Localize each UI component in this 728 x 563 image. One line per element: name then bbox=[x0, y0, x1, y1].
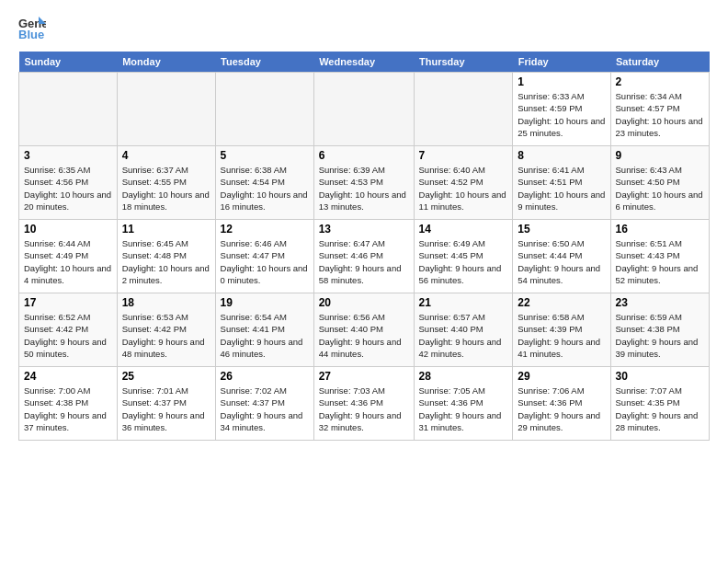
day-info: Sunrise: 6:47 AM Sunset: 4:46 PM Dayligh… bbox=[319, 237, 409, 286]
calendar-cell: 10Sunrise: 6:44 AM Sunset: 4:49 PM Dayli… bbox=[19, 220, 118, 293]
day-number: 25 bbox=[122, 370, 210, 383]
day-info: Sunrise: 6:53 AM Sunset: 4:42 PM Dayligh… bbox=[122, 311, 210, 360]
day-info: Sunrise: 6:43 AM Sunset: 4:50 PM Dayligh… bbox=[616, 164, 704, 213]
day-info: Sunrise: 6:58 AM Sunset: 4:39 PM Dayligh… bbox=[518, 311, 605, 360]
calendar-cell: 22Sunrise: 6:58 AM Sunset: 4:39 PM Dayli… bbox=[513, 293, 610, 367]
calendar-cell: 29Sunrise: 7:06 AM Sunset: 4:36 PM Dayli… bbox=[513, 367, 610, 441]
day-info: Sunrise: 7:02 AM Sunset: 4:37 PM Dayligh… bbox=[221, 385, 309, 433]
header: General Blue bbox=[18, 15, 710, 40]
weekday-header: Saturday bbox=[610, 52, 709, 73]
day-info: Sunrise: 6:57 AM Sunset: 4:40 PM Dayligh… bbox=[419, 311, 508, 360]
day-number: 9 bbox=[616, 149, 704, 162]
calendar-cell bbox=[414, 73, 513, 146]
logo-icon: General Blue bbox=[18, 15, 46, 40]
calendar-cell: 17Sunrise: 6:52 AM Sunset: 4:42 PM Dayli… bbox=[19, 293, 118, 367]
calendar-week-row: 1Sunrise: 6:33 AM Sunset: 4:59 PM Daylig… bbox=[19, 73, 710, 146]
day-number: 10 bbox=[24, 223, 112, 236]
calendar-cell: 28Sunrise: 7:05 AM Sunset: 4:36 PM Dayli… bbox=[414, 367, 513, 441]
calendar-cell: 20Sunrise: 6:56 AM Sunset: 4:40 PM Dayli… bbox=[313, 293, 414, 367]
day-info: Sunrise: 7:05 AM Sunset: 4:36 PM Dayligh… bbox=[419, 385, 508, 433]
day-info: Sunrise: 6:50 AM Sunset: 4:44 PM Dayligh… bbox=[518, 237, 605, 286]
day-number: 20 bbox=[319, 296, 409, 309]
day-info: Sunrise: 6:33 AM Sunset: 4:59 PM Dayligh… bbox=[518, 90, 605, 139]
day-number: 3 bbox=[24, 149, 112, 162]
calendar-header-row: SundayMondayTuesdayWednesdayThursdayFrid… bbox=[19, 52, 710, 73]
day-info: Sunrise: 6:46 AM Sunset: 4:47 PM Dayligh… bbox=[221, 237, 309, 286]
calendar-cell: 5Sunrise: 6:38 AM Sunset: 4:54 PM Daylig… bbox=[215, 146, 313, 220]
day-info: Sunrise: 6:38 AM Sunset: 4:54 PM Dayligh… bbox=[221, 164, 309, 213]
weekday-header: Tuesday bbox=[215, 52, 313, 73]
calendar-cell: 7Sunrise: 6:40 AM Sunset: 4:52 PM Daylig… bbox=[414, 146, 513, 220]
day-number: 17 bbox=[24, 296, 112, 309]
calendar-cell bbox=[313, 73, 414, 146]
svg-text:Blue: Blue bbox=[18, 28, 44, 40]
calendar-cell: 14Sunrise: 6:49 AM Sunset: 4:45 PM Dayli… bbox=[414, 220, 513, 293]
day-number: 6 bbox=[319, 149, 409, 162]
calendar-cell: 4Sunrise: 6:37 AM Sunset: 4:55 PM Daylig… bbox=[117, 146, 215, 220]
calendar-week-row: 17Sunrise: 6:52 AM Sunset: 4:42 PM Dayli… bbox=[19, 293, 710, 367]
day-number: 18 bbox=[122, 296, 210, 309]
calendar-week-row: 10Sunrise: 6:44 AM Sunset: 4:49 PM Dayli… bbox=[19, 220, 710, 293]
day-info: Sunrise: 6:37 AM Sunset: 4:55 PM Dayligh… bbox=[122, 164, 210, 213]
calendar-week-row: 3Sunrise: 6:35 AM Sunset: 4:56 PM Daylig… bbox=[19, 146, 710, 220]
weekday-header: Monday bbox=[117, 52, 215, 73]
day-info: Sunrise: 6:34 AM Sunset: 4:57 PM Dayligh… bbox=[616, 90, 704, 139]
day-number: 19 bbox=[221, 296, 309, 309]
day-info: Sunrise: 6:40 AM Sunset: 4:52 PM Dayligh… bbox=[419, 164, 508, 213]
day-number: 26 bbox=[221, 370, 309, 383]
calendar-cell: 23Sunrise: 6:59 AM Sunset: 4:38 PM Dayli… bbox=[610, 293, 709, 367]
day-info: Sunrise: 7:01 AM Sunset: 4:37 PM Dayligh… bbox=[122, 385, 210, 433]
weekday-header: Wednesday bbox=[313, 52, 414, 73]
day-number: 14 bbox=[419, 223, 508, 236]
calendar-cell: 6Sunrise: 6:39 AM Sunset: 4:53 PM Daylig… bbox=[313, 146, 414, 220]
day-info: Sunrise: 6:39 AM Sunset: 4:53 PM Dayligh… bbox=[319, 164, 409, 213]
day-info: Sunrise: 7:07 AM Sunset: 4:35 PM Dayligh… bbox=[616, 385, 704, 433]
day-number: 29 bbox=[518, 370, 605, 383]
calendar-cell: 26Sunrise: 7:02 AM Sunset: 4:37 PM Dayli… bbox=[215, 367, 313, 441]
calendar-cell: 19Sunrise: 6:54 AM Sunset: 4:41 PM Dayli… bbox=[215, 293, 313, 367]
day-number: 24 bbox=[24, 370, 112, 383]
calendar-cell bbox=[215, 73, 313, 146]
calendar-week-row: 24Sunrise: 7:00 AM Sunset: 4:38 PM Dayli… bbox=[19, 367, 710, 441]
day-info: Sunrise: 6:54 AM Sunset: 4:41 PM Dayligh… bbox=[221, 311, 309, 360]
page-container: General Blue SundayMondayTuesdayWednesda… bbox=[0, 0, 728, 450]
calendar-cell: 18Sunrise: 6:53 AM Sunset: 4:42 PM Dayli… bbox=[117, 293, 215, 367]
calendar-cell bbox=[117, 73, 215, 146]
calendar-cell: 25Sunrise: 7:01 AM Sunset: 4:37 PM Dayli… bbox=[117, 367, 215, 441]
day-number: 27 bbox=[319, 370, 409, 383]
calendar-cell: 16Sunrise: 6:51 AM Sunset: 4:43 PM Dayli… bbox=[610, 220, 709, 293]
calendar-cell: 11Sunrise: 6:45 AM Sunset: 4:48 PM Dayli… bbox=[117, 220, 215, 293]
calendar-table: SundayMondayTuesdayWednesdayThursdayFrid… bbox=[18, 52, 710, 441]
calendar-cell: 30Sunrise: 7:07 AM Sunset: 4:35 PM Dayli… bbox=[610, 367, 709, 441]
day-number: 8 bbox=[518, 149, 605, 162]
day-info: Sunrise: 6:52 AM Sunset: 4:42 PM Dayligh… bbox=[24, 311, 112, 360]
calendar-cell: 21Sunrise: 6:57 AM Sunset: 4:40 PM Dayli… bbox=[414, 293, 513, 367]
day-info: Sunrise: 7:03 AM Sunset: 4:36 PM Dayligh… bbox=[319, 385, 409, 433]
calendar-cell: 1Sunrise: 6:33 AM Sunset: 4:59 PM Daylig… bbox=[513, 73, 610, 146]
day-number: 28 bbox=[419, 370, 508, 383]
day-number: 11 bbox=[122, 223, 210, 236]
calendar-cell: 2Sunrise: 6:34 AM Sunset: 4:57 PM Daylig… bbox=[610, 73, 709, 146]
day-info: Sunrise: 7:00 AM Sunset: 4:38 PM Dayligh… bbox=[24, 385, 112, 433]
day-number: 16 bbox=[616, 223, 704, 236]
day-number: 4 bbox=[122, 149, 210, 162]
day-number: 13 bbox=[319, 223, 409, 236]
day-number: 12 bbox=[221, 223, 309, 236]
day-number: 30 bbox=[616, 370, 704, 383]
weekday-header: Sunday bbox=[19, 52, 118, 73]
day-info: Sunrise: 6:56 AM Sunset: 4:40 PM Dayligh… bbox=[319, 311, 409, 360]
day-info: Sunrise: 6:51 AM Sunset: 4:43 PM Dayligh… bbox=[616, 237, 704, 286]
calendar-cell: 13Sunrise: 6:47 AM Sunset: 4:46 PM Dayli… bbox=[313, 220, 414, 293]
day-number: 15 bbox=[518, 223, 605, 236]
day-info: Sunrise: 6:44 AM Sunset: 4:49 PM Dayligh… bbox=[24, 237, 112, 286]
day-number: 2 bbox=[616, 75, 704, 88]
calendar-cell: 15Sunrise: 6:50 AM Sunset: 4:44 PM Dayli… bbox=[513, 220, 610, 293]
day-info: Sunrise: 7:06 AM Sunset: 4:36 PM Dayligh… bbox=[518, 385, 605, 433]
day-number: 7 bbox=[419, 149, 508, 162]
weekday-header: Thursday bbox=[414, 52, 513, 73]
weekday-header: Friday bbox=[513, 52, 610, 73]
calendar-cell: 24Sunrise: 7:00 AM Sunset: 4:38 PM Dayli… bbox=[19, 367, 118, 441]
day-info: Sunrise: 6:59 AM Sunset: 4:38 PM Dayligh… bbox=[616, 311, 704, 360]
day-number: 22 bbox=[518, 296, 605, 309]
calendar-cell bbox=[19, 73, 118, 146]
